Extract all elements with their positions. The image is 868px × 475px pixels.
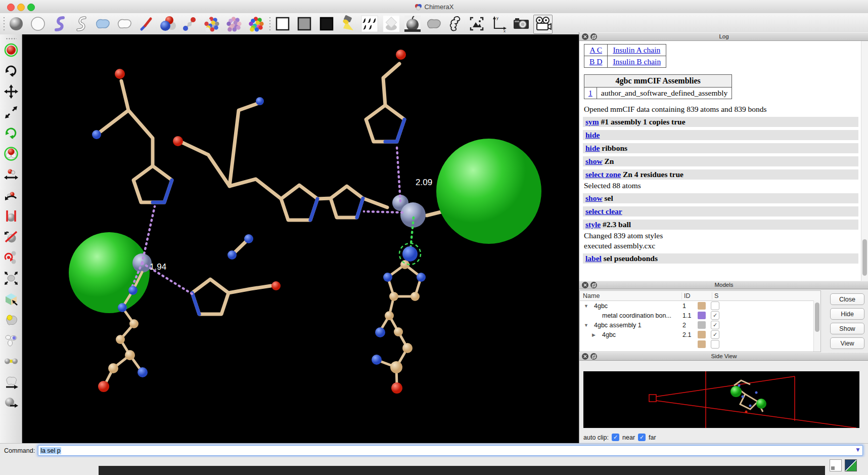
model-row[interactable]: ▼ 4gbc 1	[580, 301, 820, 311]
command-history-dropdown-icon[interactable]: ▼	[855, 446, 861, 453]
models-scrollbar[interactable]	[813, 300, 820, 352]
rotate-model-mode-icon[interactable]	[4, 188, 18, 202]
model-color-swatch[interactable]	[698, 312, 706, 319]
model-shown-checkbox[interactable]: ✓	[711, 330, 719, 339]
side-view-body: auto clip: ✓ near ✓ far	[579, 361, 868, 443]
color-by-heteroatom-icon[interactable]	[202, 15, 220, 33]
full-lighting-icon[interactable]	[403, 15, 422, 33]
rotate-mode-icon[interactable]	[4, 64, 18, 78]
command-help-link[interactable]: label	[585, 254, 602, 263]
orient-axes-icon[interactable]: yx	[490, 15, 508, 33]
model-shown-checkbox[interactable]: ✓	[711, 311, 719, 320]
hide-surfaces-icon[interactable]	[115, 15, 133, 33]
model-row[interactable]: ▼ 4gbc assembly 1 2 ✓	[580, 320, 820, 330]
command-help-link[interactable]: select clear	[585, 207, 622, 215]
sphere-style-icon[interactable]	[159, 15, 177, 33]
log-scrollbar-thumb[interactable]	[862, 239, 867, 276]
model-shown-checkbox[interactable]: ✓	[711, 321, 719, 329]
move-atom-mode-icon[interactable]	[4, 396, 18, 410]
color-scheme-icon[interactable]	[845, 459, 857, 471]
hide-atoms-icon[interactable]	[29, 15, 47, 33]
silhouettes-icon[interactable]	[446, 15, 465, 33]
command-help-link[interactable]: sym	[585, 117, 599, 126]
model-shown-checkbox[interactable]	[711, 340, 719, 349]
near-clip-checkbox[interactable]: ✓	[612, 434, 619, 441]
rotate-selected-mode-icon[interactable]	[4, 126, 18, 140]
rectangle-select-icon[interactable]	[830, 459, 842, 471]
assembly-link[interactable]: 1	[588, 89, 592, 97]
model-color-swatch[interactable]	[698, 302, 706, 310]
expand-arrow-icon[interactable]: ▼	[584, 323, 590, 328]
graphics-viewport[interactable]: 2.09 1.94	[22, 34, 579, 443]
side-view-titlebar[interactable]: Side View	[579, 352, 868, 361]
zoom-mode-icon[interactable]	[4, 105, 18, 119]
chain-description-link[interactable]: Insulin B chain	[613, 57, 661, 66]
command-help-link[interactable]: hide	[585, 131, 600, 139]
expand-arrow-icon[interactable]: ▼	[584, 304, 590, 309]
clip-mode-icon[interactable]	[4, 209, 18, 223]
log-scrollbar[interactable]	[861, 41, 868, 281]
models-panel-titlebar[interactable]: Models	[579, 281, 868, 289]
black-background-icon[interactable]	[317, 15, 336, 33]
log-content[interactable]: A C Insulin A chain B D Insulin B chain …	[579, 41, 868, 281]
color-rainbow-icon[interactable]	[247, 15, 265, 33]
log-panel-titlebar[interactable]: Log	[579, 32, 868, 41]
record-movie-icon[interactable]	[533, 15, 553, 34]
command-help-link[interactable]: hide	[585, 144, 600, 152]
camera-eye-handle[interactable]	[649, 395, 656, 402]
selected-atom[interactable]	[402, 246, 418, 262]
near-clip-label: near	[622, 434, 635, 441]
expand-arrow-icon[interactable]: ▶	[592, 332, 598, 337]
command-input[interactable]: la sel p ▼	[38, 445, 863, 456]
command-help-link[interactable]: style	[585, 220, 601, 229]
command-help-link[interactable]: select zone	[585, 170, 621, 179]
ball-and-stick-style-icon[interactable]	[180, 15, 198, 33]
soft-lighting-icon[interactable]	[382, 15, 400, 33]
model-row[interactable]: ▶ 4gbc 2.1 ✓	[580, 330, 820, 339]
stick-style-icon[interactable]	[137, 15, 155, 33]
gray-background-icon[interactable]	[295, 15, 313, 33]
model-color-swatch[interactable]	[698, 321, 706, 329]
far-clip-checkbox[interactable]: ✓	[638, 434, 646, 441]
chain-link[interactable]: B D	[589, 57, 602, 66]
chain-link[interactable]: A C	[589, 46, 602, 54]
flat-lighting-icon[interactable]	[360, 15, 379, 33]
white-background-icon[interactable]	[273, 15, 292, 33]
contour-level-mode-icon[interactable]	[4, 292, 18, 306]
side-view-viewport[interactable]	[583, 371, 859, 428]
ambient-occlusion-icon[interactable]	[425, 15, 443, 33]
simple-lighting-icon[interactable]	[339, 15, 357, 33]
model-row[interactable]	[580, 339, 820, 349]
place-marker-mode-icon[interactable]	[4, 333, 18, 348]
view-model-button[interactable]: View	[830, 337, 864, 349]
model-row[interactable]: metal coordination bon... 1.1 ✓	[580, 311, 820, 320]
bond-length-mode-icon[interactable]	[4, 354, 18, 368]
translate-mode-icon[interactable]	[4, 84, 18, 99]
translate-model-mode-icon[interactable]	[4, 167, 18, 182]
model-color-swatch[interactable]	[698, 340, 706, 348]
move-map-mode-icon[interactable]	[4, 271, 18, 285]
snapshot-icon[interactable]	[512, 15, 530, 33]
close-model-button[interactable]: Close	[830, 293, 864, 305]
show-cartoons-icon[interactable]	[50, 15, 68, 33]
show-atoms-icon[interactable]	[7, 15, 25, 33]
hide-cartoons-icon[interactable]	[72, 15, 90, 33]
color-custom-icon[interactable]	[224, 15, 243, 33]
hide-model-button[interactable]: Hide	[830, 308, 864, 320]
tug-atom-mode-icon[interactable]	[4, 313, 18, 327]
model-color-swatch[interactable]	[698, 331, 706, 338]
view-all-icon[interactable]	[468, 15, 486, 33]
bond-rotate-mode-icon[interactable]	[4, 250, 18, 265]
models-scrollbar-thumb[interactable]	[815, 303, 819, 332]
show-model-button[interactable]: Show	[830, 323, 864, 334]
column-id: ID	[681, 292, 698, 299]
select-mode-icon[interactable]	[4, 43, 18, 57]
show-surfaces-icon[interactable]	[94, 15, 112, 33]
translate-selected-mode-icon[interactable]	[4, 147, 18, 161]
chain-description-link[interactable]: Insulin A chain	[613, 46, 660, 54]
model-shown-checkbox[interactable]	[711, 301, 719, 310]
command-help-link[interactable]: show	[585, 194, 603, 202]
command-help-link[interactable]: show	[585, 157, 603, 165]
move-marker-mode-icon[interactable]	[4, 375, 18, 389]
clip-rotate-mode-icon[interactable]	[4, 230, 18, 244]
